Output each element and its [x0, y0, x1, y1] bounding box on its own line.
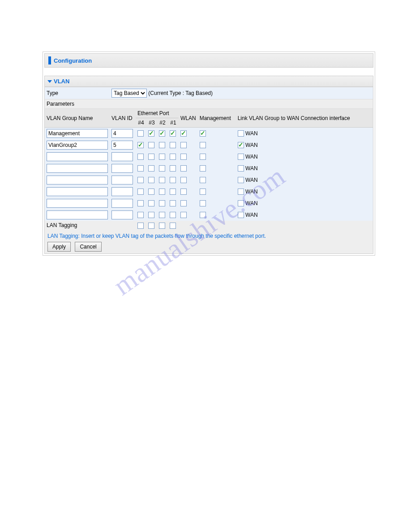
vlan-id-input[interactable] — [111, 152, 133, 161]
type-note: (Current Type : Tag Based) — [148, 90, 213, 96]
eth3-checkbox[interactable] — [148, 154, 154, 160]
wan-label: WAN — [244, 154, 258, 160]
vlan-id-input[interactable] — [111, 141, 133, 150]
lan-tagging-row: LAN Tagging — [45, 221, 373, 230]
eth4-checkbox[interactable] — [137, 212, 144, 218]
wan-checkbox[interactable] — [238, 142, 244, 148]
lan-tag-eth4-checkbox[interactable] — [137, 223, 144, 229]
section-title: VLAN — [54, 78, 69, 85]
wan-checkbox[interactable] — [238, 130, 244, 137]
wan-checkbox[interactable] — [238, 177, 244, 183]
group-name-input[interactable] — [47, 176, 108, 184]
wlan-checkbox[interactable] — [180, 165, 187, 172]
eth3-checkbox[interactable] — [148, 142, 154, 148]
group-name-input[interactable] — [47, 129, 108, 138]
mgmt-checkbox[interactable] — [200, 154, 206, 160]
group-name-input[interactable] — [47, 210, 108, 219]
eth2-checkbox[interactable] — [159, 212, 165, 218]
mgmt-checkbox[interactable] — [200, 200, 206, 206]
apply-button[interactable]: Apply — [47, 242, 71, 252]
eth3-checkbox[interactable] — [148, 200, 154, 206]
wlan-checkbox[interactable] — [180, 154, 187, 160]
wan-checkbox[interactable] — [238, 200, 244, 206]
eth4-checkbox[interactable] — [137, 177, 144, 183]
vlan-id-input[interactable] — [111, 176, 133, 184]
th-vlan-id: VLAN ID — [110, 109, 136, 128]
group-name-input[interactable] — [47, 152, 108, 161]
eth1-checkbox[interactable] — [170, 200, 176, 206]
eth2-checkbox[interactable] — [159, 165, 165, 172]
vlan-id-input[interactable] — [111, 164, 133, 173]
lan-tag-eth1-checkbox[interactable] — [170, 223, 176, 229]
eth4-checkbox[interactable] — [137, 165, 144, 172]
lan-tag-eth3-checkbox[interactable] — [148, 223, 154, 229]
panel-title-bar: Configuration — [44, 53, 373, 68]
eth4-checkbox[interactable] — [137, 200, 144, 206]
eth3-checkbox[interactable] — [148, 177, 154, 183]
eth1-checkbox[interactable] — [170, 177, 176, 183]
eth1-checkbox[interactable] — [170, 142, 176, 148]
wan-checkbox[interactable] — [238, 212, 244, 218]
mgmt-checkbox[interactable] — [200, 177, 206, 183]
eth4-checkbox[interactable] — [137, 130, 144, 137]
cancel-button[interactable]: Cancel — [75, 242, 101, 252]
wlan-checkbox[interactable] — [180, 200, 187, 206]
eth2-checkbox[interactable] — [159, 177, 165, 183]
group-name-input[interactable] — [47, 187, 108, 196]
th-eth3: #3 — [146, 118, 157, 128]
wan-checkbox[interactable] — [238, 165, 244, 172]
wlan-checkbox[interactable] — [180, 189, 187, 195]
type-row: Type Tag Based (Current Type : Tag Based… — [45, 87, 373, 99]
eth3-checkbox[interactable] — [148, 165, 154, 172]
wlan-checkbox[interactable] — [180, 212, 187, 218]
th-link: Link VLAN Group to WAN Connection interf… — [236, 109, 373, 128]
wlan-checkbox[interactable] — [180, 177, 187, 183]
lan-tag-eth2-checkbox[interactable] — [159, 223, 165, 229]
eth3-checkbox[interactable] — [148, 130, 154, 137]
mgmt-checkbox[interactable] — [200, 165, 206, 172]
vlan-id-input[interactable] — [111, 129, 133, 138]
eth1-checkbox[interactable] — [170, 212, 176, 218]
section-header[interactable]: VLAN — [45, 76, 373, 87]
vlan-id-input[interactable] — [111, 199, 133, 208]
eth2-checkbox[interactable] — [159, 189, 165, 195]
wan-checkbox[interactable] — [238, 154, 244, 160]
eth2-checkbox[interactable] — [159, 154, 165, 160]
wlan-checkbox[interactable] — [180, 130, 187, 137]
th-eth2: #2 — [157, 118, 168, 128]
eth4-checkbox[interactable] — [137, 142, 144, 148]
eth2-checkbox[interactable] — [159, 130, 165, 137]
group-name-input[interactable] — [47, 199, 108, 208]
wan-label: WAN — [244, 177, 258, 183]
wan-checkbox[interactable] — [238, 189, 244, 195]
eth4-checkbox[interactable] — [137, 154, 144, 160]
wan-label: WAN — [244, 130, 258, 137]
th-eth-port: Ethernet Port — [136, 109, 179, 118]
vlan-id-input[interactable] — [111, 210, 133, 219]
wan-label: WAN — [244, 165, 258, 172]
type-select[interactable]: Tag Based — [111, 89, 147, 98]
mgmt-checkbox[interactable] — [200, 130, 206, 137]
vlan-id-input[interactable] — [111, 187, 133, 196]
eth3-checkbox[interactable] — [148, 189, 154, 195]
eth2-checkbox[interactable] — [159, 200, 165, 206]
parameters-label: Parameters — [45, 99, 373, 109]
eth1-checkbox[interactable] — [170, 130, 176, 137]
group-name-input[interactable] — [47, 164, 108, 173]
eth4-checkbox[interactable] — [137, 189, 144, 195]
eth1-checkbox[interactable] — [170, 189, 176, 195]
mgmt-checkbox[interactable] — [200, 212, 206, 218]
th-eth4: #4 — [136, 118, 146, 128]
config-panel: Configuration VLAN Type Tag Based (Curre… — [43, 51, 375, 256]
wlan-checkbox[interactable] — [180, 142, 187, 148]
mgmt-checkbox[interactable] — [200, 189, 206, 195]
table-row: WAN — [45, 139, 373, 151]
eth1-checkbox[interactable] — [170, 154, 176, 160]
th-group-name: VLAN Group Name — [45, 109, 110, 128]
table-row: WAN — [45, 197, 373, 209]
eth1-checkbox[interactable] — [170, 165, 176, 172]
group-name-input[interactable] — [47, 141, 108, 150]
mgmt-checkbox[interactable] — [200, 142, 206, 148]
eth2-checkbox[interactable] — [159, 142, 165, 148]
eth3-checkbox[interactable] — [148, 212, 154, 218]
